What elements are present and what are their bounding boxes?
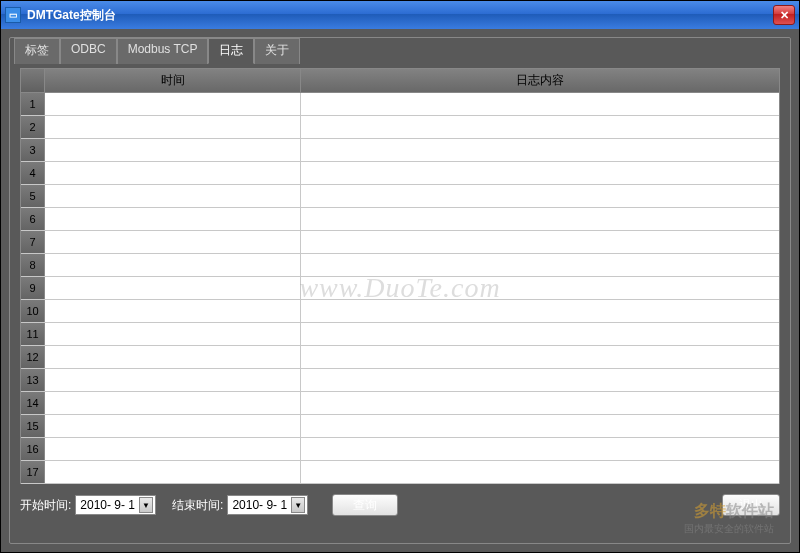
main-panel: 标签 ODBC Modbus TCP 日志 关于 时间 日志内容 1 2 xyxy=(9,37,791,544)
table-row[interactable]: 8 xyxy=(21,254,779,277)
cell-time[interactable] xyxy=(45,346,301,368)
cell-content[interactable] xyxy=(301,461,779,483)
row-number[interactable]: 2 xyxy=(21,116,45,138)
tab-content-log: 时间 日志内容 1 2 3 4 5 6 7 8 9 10 11 xyxy=(10,58,790,543)
table-row[interactable]: 11 xyxy=(21,323,779,346)
row-number[interactable]: 7 xyxy=(21,231,45,253)
cell-time[interactable] xyxy=(45,277,301,299)
row-number[interactable]: 14 xyxy=(21,392,45,414)
cell-time[interactable] xyxy=(45,300,301,322)
application-window: ▭ DMTGate控制台 ✕ 标签 ODBC Modbus TCP 日志 关于 … xyxy=(0,0,800,553)
table-row[interactable]: 17 xyxy=(21,461,779,484)
cell-content[interactable] xyxy=(301,116,779,138)
cell-content[interactable] xyxy=(301,392,779,414)
cell-content[interactable] xyxy=(301,254,779,276)
cell-time[interactable] xyxy=(45,139,301,161)
table-row[interactable]: 15 xyxy=(21,415,779,438)
start-date-value: 2010- 9- 1 xyxy=(80,498,135,512)
start-date-picker[interactable]: 2010- 9- 1 ▼ xyxy=(75,495,156,515)
cell-content[interactable] xyxy=(301,323,779,345)
cell-content[interactable] xyxy=(301,277,779,299)
cell-content[interactable] xyxy=(301,415,779,437)
cell-time[interactable] xyxy=(45,254,301,276)
end-time-label: 结束时间: xyxy=(172,497,223,514)
cell-content[interactable] xyxy=(301,231,779,253)
close-button[interactable]: ✕ xyxy=(773,5,795,25)
cell-content[interactable] xyxy=(301,162,779,184)
row-number[interactable]: 3 xyxy=(21,139,45,161)
table-row[interactable]: 5 xyxy=(21,185,779,208)
end-date-value: 2010- 9- 1 xyxy=(232,498,287,512)
table-row[interactable]: 16 xyxy=(21,438,779,461)
grid-body[interactable]: 1 2 3 4 5 6 7 8 9 10 11 12 13 14 xyxy=(21,93,779,484)
start-time-label: 开始时间: xyxy=(20,497,71,514)
row-number[interactable]: 9 xyxy=(21,277,45,299)
cell-time[interactable] xyxy=(45,185,301,207)
client-area: 标签 ODBC Modbus TCP 日志 关于 时间 日志内容 1 2 xyxy=(1,29,799,552)
table-row[interactable]: 13 xyxy=(21,369,779,392)
table-row[interactable]: 1 xyxy=(21,93,779,116)
cell-content[interactable] xyxy=(301,369,779,391)
chevron-down-icon: ▼ xyxy=(291,497,305,513)
cell-time[interactable] xyxy=(45,415,301,437)
cell-time[interactable] xyxy=(45,116,301,138)
row-number[interactable]: 4 xyxy=(21,162,45,184)
cell-content[interactable] xyxy=(301,438,779,460)
cell-time[interactable] xyxy=(45,461,301,483)
close-icon: ✕ xyxy=(780,9,789,22)
row-number[interactable]: 8 xyxy=(21,254,45,276)
tab-log[interactable]: 日志 xyxy=(208,38,254,64)
table-row[interactable]: 4 xyxy=(21,162,779,185)
cell-time[interactable] xyxy=(45,323,301,345)
column-header-content[interactable]: 日志内容 xyxy=(301,69,779,92)
log-controls: 开始时间: 2010- 9- 1 ▼ 结束时间: 2010- 9- 1 ▼ 查询… xyxy=(20,494,780,516)
cell-content[interactable] xyxy=(301,346,779,368)
row-number[interactable]: 5 xyxy=(21,185,45,207)
cell-time[interactable] xyxy=(45,93,301,115)
query-button[interactable]: 查询 xyxy=(332,494,398,516)
table-row[interactable]: 3 xyxy=(21,139,779,162)
row-number[interactable]: 1 xyxy=(21,93,45,115)
row-number[interactable]: 12 xyxy=(21,346,45,368)
table-row[interactable]: 2 xyxy=(21,116,779,139)
table-row[interactable]: 12 xyxy=(21,346,779,369)
row-number[interactable]: 13 xyxy=(21,369,45,391)
table-row[interactable]: 7 xyxy=(21,231,779,254)
table-row[interactable]: 6 xyxy=(21,208,779,231)
table-row[interactable]: 9 xyxy=(21,277,779,300)
log-grid: 时间 日志内容 1 2 3 4 5 6 7 8 9 10 11 xyxy=(20,68,780,484)
row-number[interactable]: 17 xyxy=(21,461,45,483)
cell-time[interactable] xyxy=(45,208,301,230)
app-icon: ▭ xyxy=(5,7,21,23)
cell-content[interactable] xyxy=(301,93,779,115)
row-number[interactable]: 15 xyxy=(21,415,45,437)
cell-content[interactable] xyxy=(301,139,779,161)
table-row[interactable]: 10 xyxy=(21,300,779,323)
cell-time[interactable] xyxy=(45,438,301,460)
cell-content[interactable] xyxy=(301,185,779,207)
row-number[interactable]: 10 xyxy=(21,300,45,322)
cell-content[interactable] xyxy=(301,208,779,230)
cell-time[interactable] xyxy=(45,369,301,391)
grid-corner[interactable] xyxy=(21,69,45,92)
row-number[interactable]: 11 xyxy=(21,323,45,345)
cell-time[interactable] xyxy=(45,162,301,184)
titlebar[interactable]: ▭ DMTGate控制台 ✕ xyxy=(1,1,799,29)
cell-content[interactable] xyxy=(301,300,779,322)
table-row[interactable]: 14 xyxy=(21,392,779,415)
row-number[interactable]: 6 xyxy=(21,208,45,230)
window-title: DMTGate控制台 xyxy=(27,7,773,24)
exit-button[interactable]: 退出 xyxy=(722,494,780,516)
grid-header: 时间 日志内容 xyxy=(21,69,779,93)
column-header-time[interactable]: 时间 xyxy=(45,69,301,92)
end-date-picker[interactable]: 2010- 9- 1 ▼ xyxy=(227,495,308,515)
chevron-down-icon: ▼ xyxy=(139,497,153,513)
row-number[interactable]: 16 xyxy=(21,438,45,460)
cell-time[interactable] xyxy=(45,231,301,253)
cell-time[interactable] xyxy=(45,392,301,414)
